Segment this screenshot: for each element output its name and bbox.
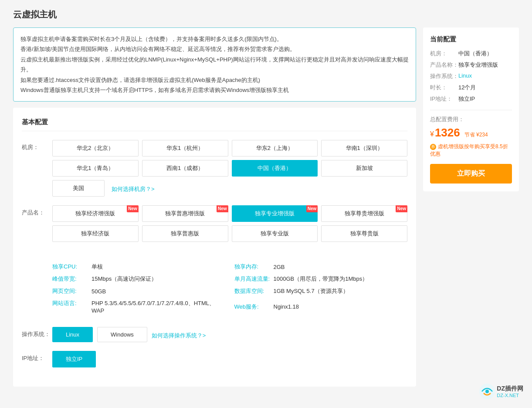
datacenter-label: 机房： xyxy=(22,140,52,151)
total-price: 1326 xyxy=(435,126,460,139)
datacenter-btn-2[interactable]: 华东1（杭州） xyxy=(142,140,228,156)
total-label: 总配置费用： xyxy=(430,116,512,123)
product-btn-4[interactable]: 独享尊贵增强版 New xyxy=(321,205,407,222)
promo-label: 虚机增强版按年购买享受8.5折优惠 xyxy=(430,143,508,157)
datacenter-btn-8[interactable]: 新加坡 xyxy=(321,160,407,177)
product-btn-2-label: 独享普惠增强版 xyxy=(165,210,205,217)
datacenter-btn-4[interactable]: 华南1（深圳） xyxy=(321,140,407,156)
spec-lang-val: PHP 5.3/5.4/5.5/5.6/7.0/7.1/7.2/7.4/8.0、… xyxy=(91,299,226,314)
spec-cpu-key: 独享CPU: xyxy=(52,263,91,271)
spec-flow-key: 单月高速流量: xyxy=(234,275,274,283)
datacenter-btn-1[interactable]: 华北2（北京） xyxy=(52,140,139,156)
summary-prod-key: 产品名称： xyxy=(430,61,458,69)
os-windows-btn[interactable]: Windows xyxy=(97,327,147,342)
ip-label: IP地址： xyxy=(22,351,52,362)
notice-line-5: Windows普通版独享主机只支持一个域名开启HTTPS，如有多域名开启需求请购… xyxy=(20,85,409,95)
os-linux-btn[interactable]: Linux xyxy=(52,327,93,342)
os-link[interactable]: 如何选择操作系统？> xyxy=(152,330,206,340)
summary-os: 操作系统： Linux xyxy=(430,72,512,80)
right-panel: 当前配置 机房： 中国（香港） 产品名称： 独享专业增强版 操作系统： Linu… xyxy=(423,27,519,387)
summary-prod-val: 独享专业增强版 xyxy=(458,61,498,69)
total-unit: ¥ xyxy=(430,130,434,138)
ip-dedicated-btn[interactable]: 独立IP xyxy=(52,351,96,367)
left-panel: 独享虚拟主机申请备案需购买时长在3个月及以上（含续费），并支持备案用时多久送多久… xyxy=(13,27,416,387)
product-options: 独享经济增强版 New 独享普惠增强版 New 独享专业增强版 New xyxy=(52,205,407,245)
spec-web: Web服务: Nginx1.18 xyxy=(234,299,408,314)
product-btn-2[interactable]: 独享普惠增强版 New xyxy=(142,205,228,222)
watermark-text: DZ插件网 xyxy=(497,385,523,393)
product-btn-8[interactable]: 独享尊贵版 xyxy=(321,225,407,242)
spec-flow-val: 1000GB（用尽后，带宽降为1Mbps） xyxy=(274,275,368,283)
product-btn-1-label: 独享经济增强版 xyxy=(75,210,115,217)
summary-product: 产品名称： 独享专业增强版 xyxy=(430,61,512,69)
summary-ip: IP地址： 独立IP xyxy=(430,95,512,103)
spec-lang-key: 网站语言: xyxy=(52,299,91,307)
specs-grid: 独享CPU: 单核 独享内存: 2GB 峰值带宽: 15Mbps（高速访问保证） xyxy=(52,258,407,318)
datacenter-btn-9[interactable]: 美国 xyxy=(52,180,105,197)
new-badge-4: New xyxy=(396,205,407,212)
spec-flow: 单月高速流量: 1000GB（用尽后，带宽降为1Mbps） xyxy=(234,275,408,283)
spec-bw-key: 峰值带宽: xyxy=(52,275,91,283)
notice-line-4: 如果您要通过.htaccess文件设置伪静态，请选择非增强版云虚拟主机(Web服… xyxy=(20,75,409,85)
product-btn-7[interactable]: 独享专业版 xyxy=(232,225,318,242)
new-badge-1: New xyxy=(127,205,139,212)
datacenter-btn-3[interactable]: 华东2（上海） xyxy=(232,140,318,156)
spec-dbspace-val: 1GB MySQL 5.7（资源共享） xyxy=(274,287,349,295)
watermark-logo xyxy=(479,384,495,399)
os-label: 操作系统： xyxy=(22,327,52,338)
ip-options: 独立IP xyxy=(52,351,407,367)
new-badge-3: New xyxy=(306,205,318,212)
spec-webspace-val: 50GB xyxy=(91,288,106,295)
spec-cpu: 独享CPU: 单核 xyxy=(52,263,226,271)
product-btn-6[interactable]: 独享普惠版 xyxy=(142,225,228,242)
datacenter-btn-7[interactable]: 中国（香港） xyxy=(232,160,318,177)
ip-row: IP地址： 独立IP xyxy=(22,351,407,367)
os-btns: Linux Windows 如何选择操作系统？> xyxy=(52,327,407,342)
product-btn-3[interactable]: 独享专业增强版 New xyxy=(232,205,318,222)
watermark: DZ插件网 DZ-X.NET xyxy=(479,384,523,399)
spec-mem-key: 独享内存: xyxy=(234,263,274,271)
summary-title: 当前配置 xyxy=(430,35,512,44)
spec-lang: 网站语言: PHP 5.3/5.4/5.5/5.6/7.0/7.1/7.2/7.… xyxy=(52,299,226,314)
datacenter-row: 机房： 华北2（北京） 华东1（杭州） 华东2（上海） 华南1（深圳） 华北1（… xyxy=(22,140,407,197)
datacenter-options: 华北2（北京） 华东1（杭州） 华东2（上海） 华南1（深圳） 华北1（青岛） … xyxy=(52,140,407,197)
product-label: 产品名： xyxy=(22,205,52,217)
svg-point-1 xyxy=(485,390,489,393)
summary-ip-val: 独立IP xyxy=(458,95,475,103)
datacenter-btn-6[interactable]: 西南1（成都） xyxy=(142,160,228,177)
product-row: 产品名： 独享经济增强版 New 独享普惠增强版 New xyxy=(22,205,407,245)
summary-box: 当前配置 机房： 中国（香港） 产品名称： 独享专业增强版 操作系统： Linu… xyxy=(423,27,519,191)
spec-dbspace-key: 数据库空间: xyxy=(234,287,274,295)
summary-ip-key: IP地址： xyxy=(430,95,458,103)
datacenter-btn-5[interactable]: 华北1（青岛） xyxy=(52,160,139,177)
datacenter-grid-2: 华北1（青岛） 西南1（成都） 中国（香港） 新加坡 xyxy=(52,160,407,177)
page-title: 云虚拟主机 xyxy=(13,9,519,20)
product-grid-2: 独享经济版 独享普惠版 独享专业版 独享尊贵版 xyxy=(52,225,407,242)
summary-dur-key: 时长： xyxy=(430,84,458,92)
promo-text[interactable]: 券虚机增强版按年购买享受8.5折优惠 xyxy=(430,143,512,158)
summary-dc-key: 机房： xyxy=(430,50,458,58)
datacenter-link[interactable]: 如何选择机房？> xyxy=(112,184,155,193)
total-price-row: ¥1326 节省 ¥234 xyxy=(430,126,512,139)
os-row: 操作系统： Linux Windows 如何选择操作系统？> xyxy=(22,327,407,342)
datacenter-grid-1: 华北2（北京） 华东1（杭州） 华东2（上海） 华南1（深圳） xyxy=(52,140,407,156)
save-text: 节省 ¥234 xyxy=(464,132,488,138)
product-btn-3-label: 独享专业增强版 xyxy=(255,210,295,217)
product-grid-1: 独享经济增强版 New 独享普惠增强版 New 独享专业增强版 New xyxy=(52,205,407,222)
spec-web-val: Nginx1.18 xyxy=(274,303,299,310)
product-btn-5[interactable]: 独享经济版 xyxy=(52,225,139,242)
product-btn-1[interactable]: 独享经济增强版 New xyxy=(52,205,139,222)
summary-datacenter: 机房： 中国（香港） xyxy=(430,50,512,58)
buy-button[interactable]: 立即购买 xyxy=(430,164,512,184)
new-badge-2: New xyxy=(217,205,228,212)
summary-dc-val: 中国（香港） xyxy=(458,50,492,58)
summary-dur-val: 12个月 xyxy=(458,84,476,92)
summary-os-key: 操作系统： xyxy=(430,72,458,80)
summary-duration: 时长： 12个月 xyxy=(430,84,512,92)
product-btn-4-label: 独享尊贵增强版 xyxy=(345,210,384,217)
spec-bw: 峰值带宽: 15Mbps（高速访问保证） xyxy=(52,275,226,283)
section-title: 基本配置 xyxy=(22,118,407,131)
os-options: Linux Windows 如何选择操作系统？> xyxy=(52,327,407,342)
promo-icon: 券 xyxy=(430,144,436,150)
spec-web-key: Web服务: xyxy=(234,303,274,311)
